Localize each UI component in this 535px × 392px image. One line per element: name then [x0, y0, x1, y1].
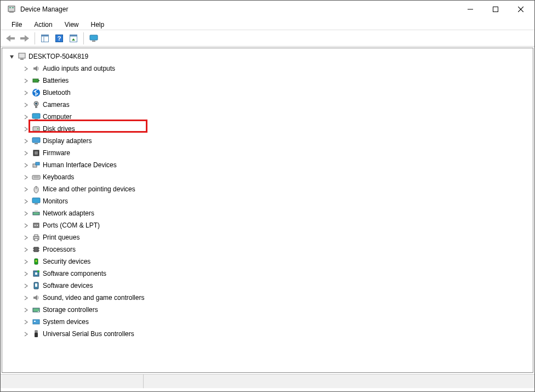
svg-rect-67 — [34, 321, 36, 322]
chevron-right-icon[interactable] — [22, 270, 30, 277]
chevron-right-icon[interactable] — [22, 258, 30, 265]
minimize-button[interactable] — [458, 1, 483, 18]
tree-item-label: Display adapters — [43, 137, 92, 145]
tree-item-label: System devices — [43, 318, 89, 326]
mouse-icon — [32, 185, 41, 194]
svg-rect-42 — [32, 198, 40, 203]
tree-item[interactable]: Audio inputs and outputs — [8, 63, 533, 75]
tree-item[interactable]: Network adapters — [8, 207, 533, 219]
tree-item-label: Software devices — [43, 282, 93, 289]
tree-item[interactable]: Print queues — [8, 231, 533, 243]
tree-item[interactable]: Security devices — [8, 255, 533, 268]
chevron-right-icon[interactable] — [22, 89, 30, 96]
chevron-right-icon[interactable] — [22, 282, 30, 289]
svg-rect-27 — [32, 113, 40, 118]
battery-icon — [32, 76, 41, 85]
back-button[interactable] — [4, 32, 17, 45]
svg-rect-11 — [42, 35, 49, 36]
chevron-right-icon[interactable] — [22, 101, 30, 109]
port-icon — [32, 221, 41, 230]
svg-rect-26 — [35, 106, 37, 108]
chevron-right-icon[interactable] — [22, 234, 30, 241]
svg-rect-0 — [8, 6, 15, 12]
computer-icon — [32, 112, 41, 121]
chevron-right-icon[interactable] — [22, 125, 30, 133]
svg-rect-3 — [12, 7, 14, 8]
tree-item[interactable]: Keyboards — [8, 171, 533, 183]
tree-item[interactable]: Cameras — [8, 99, 533, 111]
chevron-right-icon[interactable] — [22, 306, 30, 314]
chevron-right-icon[interactable] — [22, 185, 30, 193]
tree-item[interactable]: Ports (COM & LPT) — [8, 219, 533, 231]
svg-rect-19 — [19, 53, 25, 58]
security-icon — [32, 257, 41, 266]
chevron-right-icon[interactable] — [22, 113, 30, 121]
svg-rect-20 — [20, 59, 24, 60]
chevron-right-icon[interactable] — [22, 246, 30, 253]
tree-item[interactable]: Sound, video and game controllers — [8, 292, 533, 304]
menu-file[interactable]: File — [6, 20, 27, 30]
chevron-right-icon[interactable] — [22, 77, 30, 84]
tree-item[interactable]: Universal Serial Bus controllers — [8, 328, 533, 340]
svg-rect-9 — [20, 37, 25, 39]
svg-point-25 — [35, 103, 37, 105]
svg-rect-28 — [35, 119, 38, 120]
menubar: File Action View Help — [1, 18, 534, 30]
chevron-right-icon[interactable] — [22, 209, 30, 217]
tree-item[interactable]: Mice and other pointing devices — [8, 183, 533, 195]
tree-item[interactable]: Firmware — [8, 147, 533, 159]
tree-item[interactable]: System devices — [8, 316, 533, 328]
tree-item[interactable]: Storage controllers — [8, 304, 533, 316]
scan-hardware-button[interactable] — [67, 32, 80, 45]
disk-icon — [32, 124, 41, 133]
menu-action[interactable]: Action — [29, 20, 58, 30]
tree-item-label: Universal Serial Bus controllers — [43, 330, 134, 338]
svg-rect-16 — [70, 35, 77, 36]
tree-item-label: Security devices — [43, 258, 90, 265]
tree-item[interactable]: Computer — [8, 111, 533, 123]
tree-item[interactable]: Software devices — [8, 280, 533, 292]
chevron-right-icon[interactable] — [22, 330, 30, 338]
tree-item-label: Print queues — [43, 234, 79, 241]
chevron-right-icon[interactable] — [22, 197, 30, 205]
camera-icon — [32, 100, 41, 109]
tree-item[interactable]: Software components — [8, 268, 533, 280]
tree-item[interactable]: Bluetooth — [8, 87, 533, 99]
chevron-right-icon[interactable] — [22, 318, 30, 326]
svg-rect-17 — [90, 35, 98, 40]
tree-root[interactable]: DESKTOP-504K819 — [8, 50, 533, 63]
chevron-right-icon[interactable] — [22, 161, 30, 169]
tree-item[interactable]: Batteries — [8, 75, 533, 87]
show-hide-tree-button[interactable] — [38, 32, 52, 45]
tree-item-label: Software components — [43, 270, 106, 277]
chevron-right-icon[interactable] — [22, 294, 30, 302]
tree-item[interactable]: Monitors — [8, 195, 533, 207]
tree-item[interactable]: Human Interface Devices — [8, 159, 533, 171]
network-icon — [32, 209, 41, 218]
svg-rect-69 — [35, 333, 38, 337]
tree-item[interactable]: Disk drives — [8, 123, 533, 135]
tree-item[interactable]: Processors — [8, 243, 533, 255]
forward-button[interactable] — [18, 32, 31, 45]
tree-item-label: Monitors — [43, 197, 68, 205]
svg-rect-1 — [9, 12, 14, 13]
menu-help[interactable]: Help — [86, 20, 110, 30]
svg-rect-5 — [493, 7, 498, 12]
tree-item-label: Audio inputs and outputs — [43, 65, 115, 72]
svg-point-47 — [35, 225, 36, 226]
chevron-right-icon[interactable] — [22, 173, 30, 181]
chevron-right-icon[interactable] — [22, 65, 30, 72]
system-icon — [32, 317, 41, 326]
monitor-button[interactable] — [87, 32, 100, 45]
chevron-right-icon[interactable] — [22, 137, 30, 145]
close-button[interactable] — [508, 1, 533, 18]
help-button[interactable]: ? — [53, 32, 66, 45]
chevron-down-icon[interactable] — [8, 53, 15, 60]
chevron-right-icon[interactable] — [22, 149, 30, 157]
tree-view[interactable]: DESKTOP-504K819 Audio inputs and outputs… — [2, 48, 533, 373]
maximize-button[interactable] — [483, 1, 508, 18]
svg-rect-29 — [33, 127, 39, 131]
chevron-right-icon[interactable] — [22, 221, 30, 229]
menu-view[interactable]: View — [59, 20, 84, 30]
tree-item[interactable]: Display adapters — [8, 135, 533, 147]
